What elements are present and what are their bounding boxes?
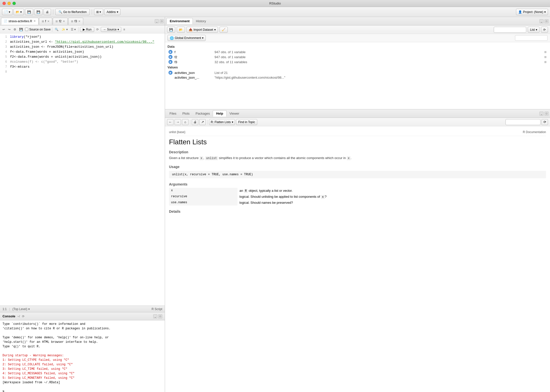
hamburger-button[interactable]: ≡ (122, 27, 126, 32)
tab-history[interactable]: History (193, 18, 209, 24)
source-on-save-label[interactable]: Source on Save (25, 28, 50, 31)
tab-close-f[interactable]: ✕ (47, 20, 50, 23)
refresh-env-button[interactable]: ⟳ (541, 27, 548, 33)
home-button[interactable]: ⌂ (182, 119, 188, 125)
console-refresh-icon[interactable]: ⟳ (22, 315, 24, 318)
editor-tab-f2[interactable]: ⊞ f2 ✕ (53, 18, 68, 25)
close-button[interactable] (2, 2, 6, 5)
topic-dropdown-button[interactable]: R: Flatten Lists ▾ (209, 119, 235, 125)
run-icon: ▶ (83, 28, 85, 31)
print-help-button[interactable]: 🖨 (192, 119, 198, 125)
app-title: RStudio (269, 1, 281, 5)
level-dropdown[interactable]: (Top Level) ▾ (12, 307, 30, 311)
minimize-editor-button[interactable]: _ (155, 19, 159, 23)
tab-history-label: History (196, 19, 206, 23)
env-filter-input[interactable] (515, 35, 548, 41)
tab-label-f3: f3 (74, 19, 77, 23)
env-url-value: "https://gist.githubusercontent.com/nico… (214, 76, 285, 79)
new-file-icon: 📄 (4, 10, 8, 14)
cursor-position: 1:1 (2, 307, 7, 311)
tab-packages[interactable]: Packages (192, 111, 213, 116)
external-help-button[interactable]: ↗ (199, 119, 206, 125)
help-arg-usenames-name: use.names (169, 200, 238, 205)
minimize-button[interactable] (8, 2, 11, 5)
undo-button[interactable]: ↩ (2, 27, 6, 32)
go-to-file-button[interactable]: 🔍 Go to file/function (55, 9, 90, 15)
save-all-button[interactable]: 💾 (34, 9, 42, 15)
re-run-button[interactable]: ⟳ (95, 27, 100, 32)
editor-tab-f3[interactable]: ⊞ f3 ✕ (68, 18, 83, 25)
code-editor[interactable]: 1 library("rjson") 2 activities_json_url… (0, 33, 165, 306)
console-line-7 (2, 349, 162, 353)
env-activities-icon: ▶ (168, 71, 172, 75)
env-item-f[interactable]: ▶ f 947 obs. of 1 variable ⊞ (168, 49, 548, 54)
env-search-input[interactable] (494, 27, 526, 33)
tab-plots[interactable]: Plots (179, 111, 192, 116)
tab-close-f3[interactable]: ✕ (78, 20, 80, 23)
tab-label-f2: f2 (59, 19, 62, 23)
tab-viewer[interactable]: Viewer (226, 111, 242, 116)
env-f3-table-icon[interactable]: ⊞ (544, 60, 546, 64)
env-f2-name: f2 (174, 55, 214, 59)
source-button[interactable]: → Source ▾ (101, 27, 121, 32)
env-f2-table-icon[interactable]: ⊞ (544, 55, 546, 59)
tab-help[interactable]: Help (213, 110, 226, 117)
global-env-button[interactable]: 🌐 Global Environment ▾ (168, 35, 206, 41)
load-env-button[interactable]: 📂 (177, 27, 185, 33)
search-button[interactable]: 🔍 (54, 27, 60, 32)
refresh-help-button[interactable]: ⟳ (542, 119, 548, 125)
new-file-button[interactable]: 📄 ▾ (2, 9, 12, 15)
save-script-button[interactable]: 💾 (18, 27, 24, 32)
save-button[interactable]: 💾 (25, 9, 33, 15)
source-on-save-checkbox[interactable] (25, 28, 28, 31)
back-button[interactable]: ← (167, 119, 174, 125)
level-label: (Top Level) (12, 307, 27, 311)
maximize-help-button[interactable]: □ (544, 112, 548, 116)
maximize-env-button[interactable]: □ (544, 19, 548, 23)
addins-button[interactable]: Addins ▾ (104, 9, 120, 15)
tab-environment[interactable]: Environment (166, 18, 193, 24)
grid-button[interactable]: ⊞ ▾ (94, 9, 103, 15)
tab-files[interactable]: Files (166, 111, 179, 116)
clear-env-button[interactable]: 🧹 (220, 27, 228, 33)
list-view-button[interactable]: ☰ ▾ (70, 27, 77, 32)
tab-close-strava[interactable]: ✕ (34, 19, 36, 23)
source-label: Source (107, 28, 116, 31)
help-toolbar-sep (190, 120, 190, 125)
editor-toolbar-sep2 (78, 27, 78, 32)
help-toolbar-sep2 (207, 120, 208, 125)
minimize-console-button[interactable]: _ (153, 314, 157, 318)
editor-tab-strava[interactable]: 📄 strava-activities.R ✕ (1, 18, 38, 25)
env-f-table-icon[interactable]: ⊞ (544, 50, 546, 54)
console-content[interactable]: Type `contributors()` for more informati… (0, 320, 165, 392)
env-item-f3[interactable]: ▶ f3 32 obs. of 11 variables ⊞ (168, 59, 548, 64)
project-button[interactable]: 👤 Project: (None) ▾ (516, 9, 548, 15)
magic-wand-button[interactable]: ✨ ▾ (60, 27, 68, 32)
open-file-button[interactable]: 📂 ▾ (14, 9, 24, 15)
console-prompt[interactable]: > (2, 389, 162, 392)
help-search-input[interactable] (506, 119, 540, 125)
tab-close-f2[interactable]: ✕ (63, 20, 65, 23)
minimize-env-button[interactable]: _ (540, 19, 544, 23)
minimize-help-button[interactable]: _ (540, 112, 544, 116)
import-dataset-button[interactable]: 📥 Import Dataset ▾ (186, 27, 218, 33)
print-button[interactable]: 🖨 (44, 9, 51, 15)
env-f-name: f (174, 50, 214, 54)
run-button[interactable]: ▶ Run (80, 27, 94, 32)
help-content[interactable]: unlist {base} R Documentation Flatten Li… (165, 126, 550, 392)
maximize-button[interactable] (12, 2, 16, 5)
code-tools-button[interactable]: ⚙ (12, 27, 17, 32)
redo-button[interactable]: ↪ (7, 27, 12, 32)
forward-button[interactable]: → (174, 119, 181, 125)
env-item-f2[interactable]: ▶ f2 947 obs. of 1 variable ⊞ (168, 54, 548, 59)
list-view-env-button[interactable]: List ▾ (528, 27, 540, 33)
maximize-console-button[interactable]: □ (158, 314, 162, 318)
maximize-editor-button[interactable]: □ (160, 19, 164, 23)
environment-tabs: Environment History _ □ (165, 17, 550, 25)
code-line-2: 2 activities_json_url <- "https://gist.g… (0, 39, 165, 44)
editor-tab-f[interactable]: ⊞ f ✕ (39, 18, 52, 25)
env-item-activities-json[interactable]: ▶ activities_json List of 21 (168, 70, 548, 75)
console-line-4: Type 'demo()' for some demos, 'help()' f… (2, 335, 162, 340)
save-env-button[interactable]: 💾 (167, 27, 175, 33)
find-topic-button[interactable]: Find in Topic (236, 119, 257, 125)
